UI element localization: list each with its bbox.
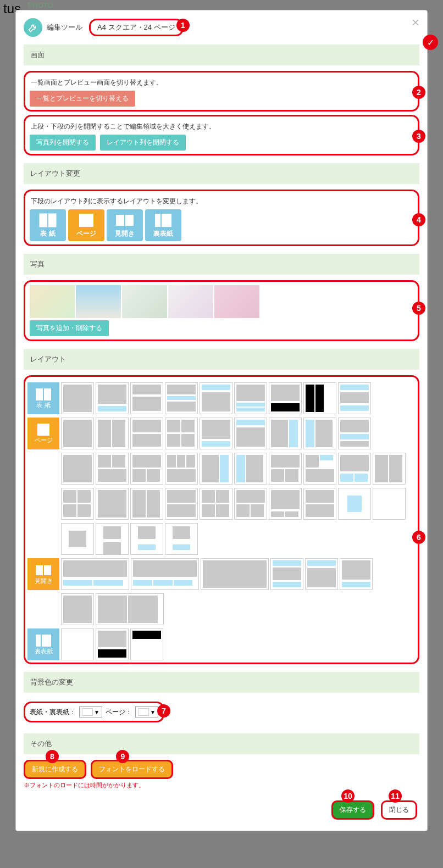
footer: 10 保存する 11 閉じる	[24, 800, 419, 820]
layout-cell[interactable]	[200, 453, 232, 485]
hl-6: 6 表 紙 ページ	[24, 375, 419, 664]
svg-rect-10	[36, 565, 43, 575]
layout-cell[interactable]	[338, 382, 371, 414]
layout-cell[interactable]	[165, 453, 198, 485]
layout-cell[interactable]	[96, 382, 129, 414]
layout-cell[interactable]	[130, 628, 163, 660]
load-font-button[interactable]: フォントをロードする	[91, 760, 173, 779]
layout-cell[interactable]	[200, 382, 232, 414]
layout-cell[interactable]	[61, 382, 94, 414]
svg-rect-3	[116, 215, 124, 226]
section-screen: 画面	[24, 44, 419, 65]
layout-cell[interactable]	[165, 523, 198, 555]
layout-cell[interactable]	[234, 453, 267, 485]
layout-cell[interactable]	[303, 453, 336, 485]
thumb[interactable]	[168, 285, 213, 318]
save-button[interactable]: 保存する	[331, 800, 374, 820]
toggle-layout-col-button[interactable]: レイアウト列を開閉する	[100, 135, 186, 151]
layout-cell[interactable]	[96, 418, 129, 449]
layout-grid-page: ページ	[27, 418, 416, 449]
layout-cell[interactable]	[61, 523, 94, 555]
svg-rect-5	[155, 214, 171, 227]
layout-cell[interactable]	[130, 453, 163, 485]
screen-desc2: 上段・下段の列を開閉することで編集領域を大きく使えます。	[31, 122, 412, 131]
layout-cell[interactable]	[130, 488, 163, 520]
layout-cell[interactable]	[130, 523, 163, 555]
layout-cell[interactable]	[373, 488, 406, 520]
bgcolor-label-cover: 表紙・裏表紙：	[30, 708, 76, 717]
layout-cell[interactable]	[338, 418, 371, 449]
layout-cell[interactable]	[165, 418, 198, 449]
toggle-preview-button[interactable]: 一覧とプレビューを切り替える	[30, 91, 135, 107]
add-remove-photo-button[interactable]: 写真を追加・削除する	[30, 320, 109, 336]
layout-cell[interactable]	[234, 418, 267, 449]
layout-grid-page-2	[61, 453, 416, 485]
close-icon[interactable]: ×	[412, 15, 419, 30]
layout-cell[interactable]	[270, 558, 303, 590]
svg-rect-11	[44, 565, 51, 575]
callout-6: 6	[412, 531, 425, 544]
layout-cell[interactable]	[338, 488, 371, 520]
layout-cell[interactable]	[200, 418, 232, 449]
spec-text: A4 スクエア・24 ページ	[97, 23, 175, 31]
layout-cell[interactable]	[269, 488, 302, 520]
font-load-note: ※フォントのロードには時間がかかります。	[24, 781, 419, 789]
layout-cell[interactable]	[96, 453, 129, 485]
layout-cell[interactable]	[61, 628, 94, 660]
tab-page[interactable]: ページ	[68, 209, 104, 241]
layout-cell[interactable]	[61, 488, 94, 520]
layout-cell[interactable]	[131, 558, 199, 590]
layout-cell[interactable]	[165, 382, 198, 414]
thumb[interactable]	[30, 285, 75, 318]
layout-cell[interactable]	[201, 558, 269, 590]
hl-4: 下段のレイアウト列に表示するレイアウトを変更します。 表 紙 ページ 見開き 裏…	[24, 190, 419, 246]
layout-cell[interactable]	[130, 418, 163, 449]
layout-cell[interactable]	[373, 453, 406, 485]
layout-cell[interactable]	[234, 382, 267, 414]
layout-cell[interactable]	[200, 488, 232, 520]
layout-cell[interactable]	[61, 593, 94, 625]
layout-cell[interactable]	[130, 382, 163, 414]
bg-photo: PHOTO	[28, 1, 53, 9]
layout-cell[interactable]	[303, 488, 336, 520]
thumb[interactable]	[122, 285, 167, 318]
row-spread-label: 見開き	[35, 577, 53, 585]
tab-back-label: 裏表紙	[153, 229, 173, 238]
layout-cell[interactable]	[303, 382, 336, 414]
tab-spread[interactable]: 見開き	[107, 209, 143, 241]
new-create-button[interactable]: 新規に作成する	[24, 760, 86, 779]
thumb[interactable]	[76, 285, 121, 318]
layout-cell[interactable]	[269, 382, 302, 414]
thumb[interactable]	[214, 285, 259, 318]
svg-rect-2	[79, 214, 93, 227]
layout-grid-page-4	[61, 523, 416, 555]
layout-cell[interactable]	[61, 418, 94, 449]
layout-cell[interactable]	[96, 593, 164, 625]
layout-cell[interactable]	[61, 453, 94, 485]
bgcolor-row: 表紙・裏表紙： ▼ ページ： ▼	[30, 706, 158, 717]
layout-cell[interactable]	[61, 558, 129, 590]
layout-cell[interactable]	[165, 488, 198, 520]
hl-3: 上段・下段の列を開閉することで編集領域を大きく使えます。 写真列を開閉する レイ…	[24, 115, 419, 155]
layout-cell[interactable]	[234, 488, 267, 520]
tab-cover[interactable]: 表 紙	[30, 209, 66, 241]
layout-cell[interactable]	[340, 558, 373, 590]
layout-cell[interactable]	[269, 418, 302, 449]
editor-modal: × ✓ 編集ツール A4 スクエア・24 ページ 1 画面 一覧画面とプレビュー…	[15, 10, 428, 831]
layout-cell[interactable]	[305, 558, 338, 590]
tab-back[interactable]: 裏表紙	[145, 209, 181, 241]
layout-cell[interactable]	[338, 453, 371, 485]
bgcolor-page-select[interactable]: ▼	[135, 706, 158, 717]
layout-cell[interactable]	[96, 628, 129, 660]
layout-tabs: 表 紙 ページ 見開き 裏表紙	[30, 209, 413, 241]
callout-8: 8	[46, 750, 59, 763]
toggle-photo-col-button[interactable]: 写真列を開閉する	[30, 135, 96, 151]
layout-cell[interactable]	[96, 523, 129, 555]
layout-cell[interactable]	[96, 488, 129, 520]
layout-cell[interactable]	[269, 453, 302, 485]
close-button[interactable]: 閉じる	[381, 800, 417, 820]
layout-cell[interactable]	[303, 418, 336, 449]
layout-grid-spread-2	[61, 593, 416, 625]
row-back-label: 裏表紙	[35, 647, 53, 655]
bgcolor-cover-select[interactable]: ▼	[79, 706, 102, 717]
